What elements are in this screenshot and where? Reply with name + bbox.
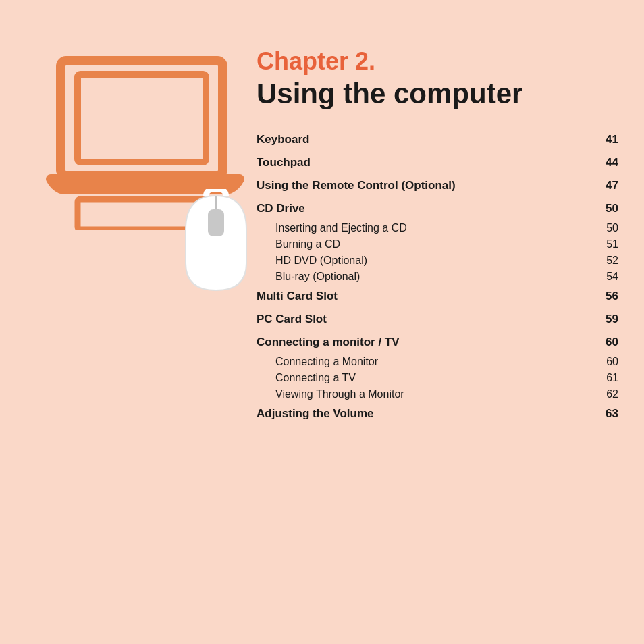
toc-sub-page: 50	[595, 220, 621, 236]
toc-main-page: 41	[595, 128, 621, 151]
svg-rect-1	[78, 74, 206, 162]
toc-sub-page: 51	[595, 236, 621, 252]
toc-sub-row: Connecting a Monitor 60	[257, 354, 621, 370]
toc-sub-label: Connecting a TV	[257, 370, 595, 386]
toc-main-row: Using the Remote Control (Optional) 47	[257, 174, 621, 197]
toc-main-label: Keyboard	[257, 128, 595, 151]
mouse-icon	[176, 189, 257, 297]
toc-main-label: CD Drive	[257, 197, 595, 220]
toc-sub-page: 54	[595, 269, 621, 285]
page-container: Chapter 2. Using the computer Keyboard 4…	[0, 0, 644, 644]
toc-main-label: Touchpad	[257, 151, 595, 174]
toc-main-label: Connecting a monitor / TV	[257, 331, 595, 354]
toc-sub-row: Viewing Through a Monitor 62	[257, 386, 621, 402]
toc-sub-label: Burning a CD	[257, 236, 595, 252]
chapter-label: Chapter 2.	[257, 47, 621, 76]
toc-sub-page: 62	[595, 386, 621, 402]
toc-main-row: CD Drive 50	[257, 197, 621, 220]
toc-sub-label: HD DVD (Optional)	[257, 252, 595, 269]
toc-main-page: 59	[595, 308, 621, 331]
toc-sub-row: Blu-ray (Optional) 54	[257, 269, 621, 285]
toc-table: Keyboard 41 Touchpad 44 Using the Remote…	[257, 128, 621, 425]
toc-main-page: 63	[595, 402, 621, 425]
toc-sub-label: Blu-ray (Optional)	[257, 269, 595, 285]
toc-main-page: 60	[595, 331, 621, 354]
toc-main-page: 47	[595, 174, 621, 197]
toc-sub-row: Inserting and Ejecting a CD 50	[257, 220, 621, 236]
toc-main-page: 56	[595, 285, 621, 308]
toc-main-row: PC Card Slot 59	[257, 308, 621, 331]
illustration	[41, 54, 257, 311]
toc-main-label: Using the Remote Control (Optional)	[257, 174, 595, 197]
toc-sub-page: 52	[595, 252, 621, 269]
toc-main-label: Adjusting the Volume	[257, 402, 595, 425]
toc-main-label: PC Card Slot	[257, 308, 595, 331]
toc-sub-page: 60	[595, 354, 621, 370]
toc-main-row: Adjusting the Volume 63	[257, 402, 621, 425]
content-area: Chapter 2. Using the computer Keyboard 4…	[257, 47, 621, 425]
toc-main-label: Multi Card Slot	[257, 285, 595, 308]
toc-main-row: Multi Card Slot 56	[257, 285, 621, 308]
toc-sub-row: Burning a CD 51	[257, 236, 621, 252]
toc-sub-label: Connecting a Monitor	[257, 354, 595, 370]
toc-sub-label: Inserting and Ejecting a CD	[257, 220, 595, 236]
toc-sub-row: Connecting a TV 61	[257, 370, 621, 386]
toc-main-page: 50	[595, 197, 621, 220]
svg-rect-0	[61, 61, 223, 176]
toc-main-row: Keyboard 41	[257, 128, 621, 151]
toc-main-row: Connecting a monitor / TV 60	[257, 331, 621, 354]
toc-sub-row: HD DVD (Optional) 52	[257, 252, 621, 269]
toc-main-row: Touchpad 44	[257, 151, 621, 174]
chapter-title: Using the computer	[257, 78, 621, 109]
toc-main-page: 44	[595, 151, 621, 174]
svg-rect-5	[208, 209, 224, 236]
toc-sub-label: Viewing Through a Monitor	[257, 386, 595, 402]
toc-sub-page: 61	[595, 370, 621, 386]
